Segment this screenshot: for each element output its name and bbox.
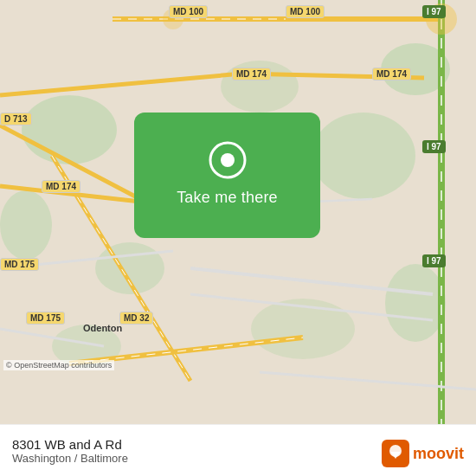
location-pin bbox=[209, 144, 247, 182]
road-label-md32: MD 32 bbox=[119, 312, 153, 325]
map-copyright: © OpenStreetMap contributors bbox=[3, 360, 114, 370]
bottom-bar: 8301 WB and A Rd Washington / Baltimore … bbox=[0, 424, 476, 476]
road-label-i97-mid: I 97 bbox=[422, 140, 446, 153]
svg-point-8 bbox=[0, 190, 52, 260]
svg-point-6 bbox=[385, 264, 446, 342]
location-card[interactable]: Take me there bbox=[134, 113, 320, 238]
road-label-md100-2: MD 100 bbox=[286, 5, 325, 18]
road-label-md100-1: MD 100 bbox=[169, 5, 208, 18]
road-label-md174-2: MD 174 bbox=[372, 68, 411, 80]
road-label-i97-top: I 97 bbox=[422, 5, 446, 18]
moovit-brand-text: moovit bbox=[413, 445, 464, 463]
map-label-odenton: Odenton bbox=[83, 323, 122, 333]
svg-point-1 bbox=[22, 95, 117, 164]
moovit-icon bbox=[382, 440, 409, 467]
road-label-md175-1: MD 175 bbox=[0, 258, 39, 271]
road-label-d713: D 713 bbox=[0, 113, 32, 125]
svg-point-7 bbox=[251, 299, 355, 359]
road-label-md174-3: MD 174 bbox=[42, 180, 80, 193]
svg-point-33 bbox=[221, 153, 235, 167]
map-container: MD 100 MD 100 I 97 MD 174 MD 174 D 713 M… bbox=[0, 0, 476, 424]
road-label-i97-lower: I 97 bbox=[422, 254, 446, 267]
road-label-md174-1: MD 174 bbox=[232, 68, 271, 80]
svg-point-2 bbox=[312, 113, 415, 199]
road-label-md175-2: MD 175 bbox=[26, 312, 65, 325]
take-me-there-button[interactable]: Take me there bbox=[177, 189, 278, 207]
moovit-logo: moovit bbox=[382, 440, 464, 467]
